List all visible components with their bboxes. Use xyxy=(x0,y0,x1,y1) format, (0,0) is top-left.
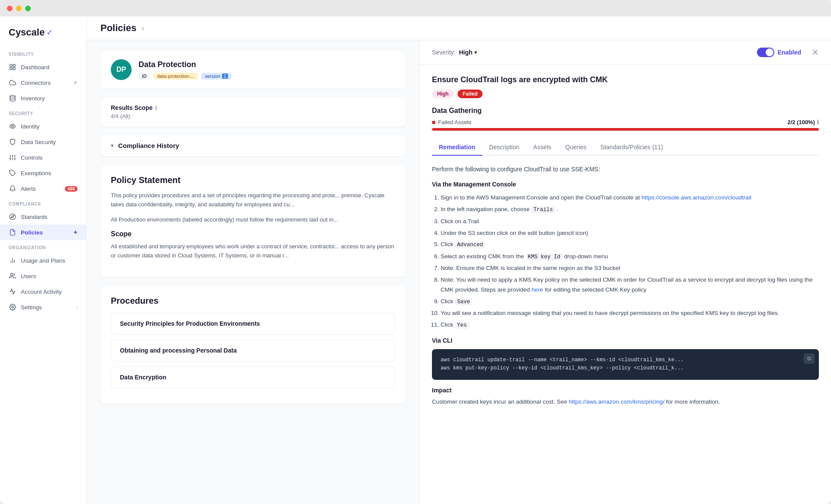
results-scope-value: 4/4 (All) xyxy=(111,113,395,119)
step-8: Note: You will need to apply a KMS Key p… xyxy=(441,275,819,295)
sidebar-item-standards[interactable]: Standards xyxy=(0,209,86,225)
severity-value-text: High xyxy=(459,49,472,56)
sidebar-item-label: Settings xyxy=(21,304,42,311)
content-split: DP Data Protection ID data-protection-..… xyxy=(87,40,831,504)
sidebar-item-exemptions[interactable]: Exemptions xyxy=(0,165,86,181)
minimize-dot[interactable] xyxy=(16,6,22,11)
right-panel-title: Ensure CloudTrail logs are encrypted wit… xyxy=(432,75,819,84)
procedure-item-title: Security Principles for Production Envir… xyxy=(120,320,386,327)
data-gathering-info-icon[interactable]: ℹ xyxy=(817,119,819,125)
kms-pricing-link[interactable]: https://aws.amazon.com/kms/pricing/ xyxy=(569,398,664,405)
right-panel-header: Severity: High ▾ Enabled ✕ xyxy=(420,40,831,65)
database-icon xyxy=(9,94,16,102)
via-cli-title: Via CLI xyxy=(432,337,819,344)
failed-badge: Failed xyxy=(457,90,483,98)
tag-slug: data-protection-... xyxy=(154,73,198,80)
tab-description[interactable]: Description xyxy=(482,139,526,156)
sidebar-item-policies[interactable]: Policies + xyxy=(0,225,86,240)
tab-standards-policies[interactable]: Standards/Policies (11) xyxy=(593,139,670,156)
logo-check: ✓ xyxy=(46,28,53,37)
tag-id: ID xyxy=(138,73,150,80)
dp-info: Data Protection ID data-protection-... v… xyxy=(138,60,395,80)
procedure-item-3[interactable]: Data Encryption xyxy=(111,366,395,388)
sidebar: Cyscale ✓ VISIBILITY Dashboard Connector… xyxy=(0,16,87,504)
results-scope-info-icon[interactable]: ℹ xyxy=(155,105,157,111)
procedure-item-1[interactable]: Security Principles for Production Envir… xyxy=(111,313,395,334)
remediation-tabs: Remediation Description Assets Queries xyxy=(432,139,819,156)
step-2: In the left navigation pane, choose Trai… xyxy=(441,205,819,215)
sidebar-item-inventory[interactable]: Inventory xyxy=(0,90,86,106)
compliance-history-header[interactable]: ▾ Compliance History xyxy=(111,142,395,149)
tab-remediation[interactable]: Remediation xyxy=(432,139,482,156)
sidebar-item-identity[interactable]: Identity xyxy=(0,119,86,134)
sidebar-item-controls[interactable]: Controls xyxy=(0,150,86,165)
results-scope-card: Results Scope ℹ 4/4 (All) xyxy=(100,97,406,126)
security-section-label: SECURITY xyxy=(0,106,86,119)
failed-assets-row: Failed Assets 2/2 (100%) ℹ xyxy=(432,119,819,125)
impact-text: Customer created keys incur an additiona… xyxy=(432,397,819,407)
left-panel: DP Data Protection ID data-protection-..… xyxy=(87,40,420,504)
procedure-item-title: Obtaining and processing Personal Data xyxy=(120,347,386,354)
sidebar-item-label: Exemptions xyxy=(21,170,52,177)
cli-code-block: ⧉ aws cloudtrail update-trail --name <tr… xyxy=(432,349,819,379)
step-9: Click Save xyxy=(441,297,819,307)
add-policy-icon[interactable]: + xyxy=(74,228,77,236)
copy-code-button[interactable]: ⧉ xyxy=(804,353,815,364)
right-panel: Severity: High ▾ Enabled ✕ xyxy=(420,40,831,504)
users-icon xyxy=(9,272,16,280)
failed-dot xyxy=(432,121,435,124)
tab-assets[interactable]: Assets xyxy=(526,139,558,156)
procedures-title: Procedures xyxy=(111,296,395,306)
step-4: Under the S3 section click on the edit b… xyxy=(441,228,819,238)
sidebar-item-account-activity[interactable]: Account Activity xyxy=(0,284,86,299)
sidebar-item-data-security[interactable]: Data Security xyxy=(0,134,86,150)
collapse-sidebar-button[interactable]: ‹ xyxy=(142,24,144,33)
policy-env-note: All Production environments (labeled acc… xyxy=(111,215,395,225)
here-link[interactable]: here xyxy=(531,286,543,293)
close-button[interactable]: ✕ xyxy=(812,47,819,58)
add-connector-icon[interactable]: + xyxy=(74,79,77,87)
close-dot[interactable] xyxy=(7,6,13,11)
severity-dropdown[interactable]: High ▾ xyxy=(459,49,477,56)
enabled-toggle[interactable] xyxy=(757,48,774,57)
sidebar-item-label: Account Activity xyxy=(21,289,62,295)
dp-avatar: DP xyxy=(111,59,132,80)
tag-version-label: version xyxy=(205,74,220,79)
cloudtrail-link[interactable]: https://console.aws.amazon.com/cloudtrai… xyxy=(641,194,751,201)
procedures-section: Procedures Security Principles for Produ… xyxy=(100,286,406,404)
svg-rect-0 xyxy=(10,64,12,67)
policy-statement-title: Policy Statement xyxy=(111,175,395,185)
visibility-section-label: VISIBILITY xyxy=(0,47,86,59)
organization-section-label: ORGANIZATION xyxy=(0,240,86,253)
svg-point-16 xyxy=(10,214,15,219)
sidebar-item-connectors[interactable]: Connectors + xyxy=(0,75,86,90)
tab-queries[interactable]: Queries xyxy=(558,139,593,156)
compliance-history-card: ▾ Compliance History xyxy=(100,135,406,156)
severity-control: Severity: High ▾ xyxy=(432,49,477,56)
sidebar-item-users[interactable]: Users xyxy=(0,268,86,284)
remediation-intro: Perform the following to configure Cloud… xyxy=(432,164,819,174)
sidebar-item-usage-plans[interactable]: Usage and Plans xyxy=(0,253,86,268)
eye-icon xyxy=(9,122,16,130)
svg-rect-2 xyxy=(10,67,12,70)
title-bar xyxy=(0,0,831,16)
toggle-label: Enabled xyxy=(778,49,801,56)
right-panel-badges: High Failed xyxy=(432,90,819,98)
svg-marker-17 xyxy=(11,215,14,218)
failed-assets-label-text: Failed Assets xyxy=(438,119,471,125)
sidebar-item-settings[interactable]: Settings › xyxy=(0,299,86,315)
step-3: Click on a Trail xyxy=(441,217,819,227)
grid-icon xyxy=(9,63,16,71)
failed-assets-bar xyxy=(432,128,819,131)
procedure-item-2[interactable]: Obtaining and processing Personal Data xyxy=(111,340,395,361)
sidebar-item-label: Dashboard xyxy=(21,64,49,71)
settings-chevron-icon: › xyxy=(76,305,77,310)
sidebar-item-dashboard[interactable]: Dashboard xyxy=(0,59,86,75)
sidebar-item-alerts[interactable]: Alerts 680 xyxy=(0,181,86,196)
app-body: Cyscale ✓ VISIBILITY Dashboard Connector… xyxy=(0,16,831,504)
toggle-wrap: Enabled ✕ xyxy=(757,47,819,58)
sliders-icon xyxy=(9,154,16,161)
svg-rect-3 xyxy=(13,67,15,70)
maximize-dot[interactable] xyxy=(25,6,31,11)
sidebar-item-label: Inventory xyxy=(21,95,45,102)
